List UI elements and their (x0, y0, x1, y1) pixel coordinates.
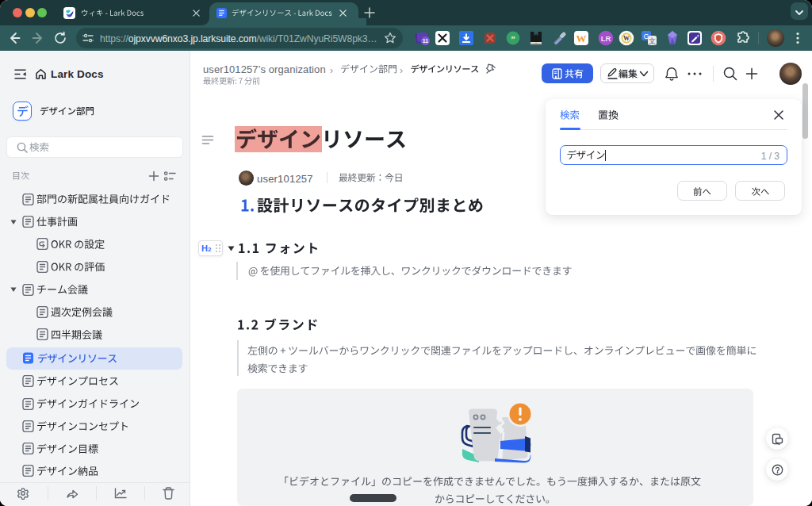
svg-text:”: ” (511, 34, 515, 44)
svg-text:LR: LR (601, 34, 611, 43)
svg-text:文: 文 (649, 37, 656, 45)
svg-text:11: 11 (423, 38, 429, 44)
svg-text:W: W (576, 33, 587, 44)
svg-text:W: W (623, 35, 630, 42)
